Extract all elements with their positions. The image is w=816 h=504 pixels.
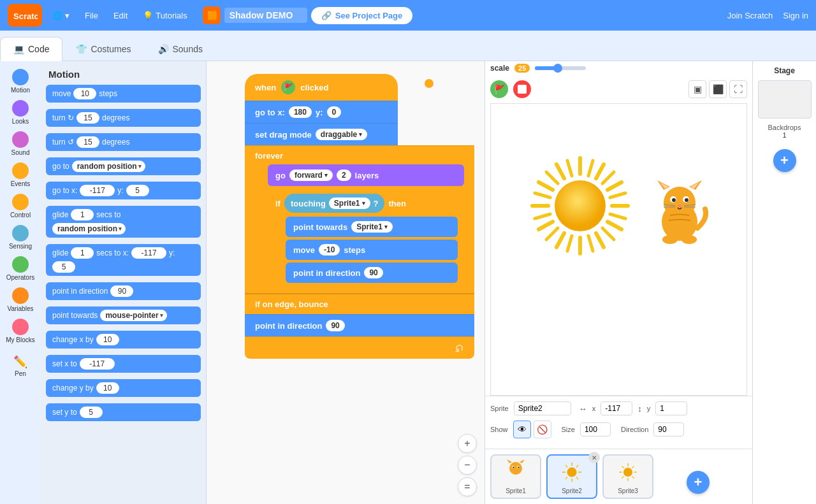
set-y-block[interactable]: set y to [46, 403, 201, 421]
set-x-input[interactable] [80, 358, 115, 370]
sign-in-link[interactable]: Sign in [783, 11, 808, 20]
y-arrow-icon: ↕ [638, 404, 642, 414]
move-block[interactable]: move steps [46, 85, 201, 103]
change-y-block[interactable]: change y by [46, 379, 201, 397]
glide1-input[interactable] [71, 209, 94, 220]
join-scratch-link[interactable]: Join Scratch [727, 11, 773, 20]
sidebar-item-control[interactable]: Control [1, 191, 40, 221]
point-dir2-script-block[interactable]: point in direction 90 [245, 314, 474, 336]
when-clicked-block[interactable]: when 🚩 clicked [245, 74, 398, 101]
sidebar-item-events[interactable]: Events [1, 160, 40, 190]
glide2-x[interactable] [131, 247, 166, 259]
drag-mode-dropdown[interactable]: draggable ▾ [316, 129, 367, 140]
tab-code[interactable]: 💻 Code [0, 37, 62, 61]
scripts-area[interactable]: when 🚩 clicked go to x: 180 y: 0 set dra… [207, 61, 484, 504]
go-forward-layers-block[interactable]: go forward ▾ 2 layers [268, 164, 464, 186]
zoom-controls: + − = [458, 434, 477, 496]
sprite-delete-button[interactable]: ✕ [588, 452, 600, 463]
sidebar-item-pen[interactable]: ✏️ Pen [1, 352, 40, 380]
sidebar-item-variables[interactable]: Variables [1, 285, 40, 315]
sprite-thumb-sprite3[interactable]: Sprite3 [602, 454, 653, 499]
zoom-reset-button[interactable]: = [458, 477, 477, 496]
edit-menu[interactable]: Edit [108, 8, 133, 23]
set-x-block[interactable]: set x to [46, 355, 201, 373]
sprite-thumb-sprite1[interactable]: Sprite1 [490, 454, 541, 499]
see-project-button[interactable]: 🔗 See Project Page [311, 7, 413, 24]
size-input[interactable] [580, 422, 611, 436]
set-y-input[interactable] [80, 407, 103, 418]
tutorials-menu[interactable]: 💡 Tutorials [138, 8, 192, 23]
scratch-logo[interactable]: Scratch [8, 4, 42, 27]
point-dir-input[interactable] [110, 285, 133, 297]
add-sprite-button[interactable]: + [687, 471, 710, 494]
if-on-edge-block[interactable]: if on edge, bounce [245, 293, 474, 314]
goto-xy-script-block[interactable]: go to x: 180 y: 0 [245, 101, 398, 123]
big-stage-button[interactable]: ⬛ [709, 80, 727, 98]
show-visible-button[interactable]: 👁 [513, 421, 531, 438]
glide2-block[interactable]: glide secs to x: y: [46, 244, 201, 276]
direction-input[interactable] [653, 422, 684, 436]
forever-block[interactable]: forever go forward ▾ 2 layers [245, 145, 474, 293]
point-towards-block[interactable]: point towards mouse-pointer ▾ [46, 306, 201, 324]
goto-y-input[interactable] [126, 185, 149, 196]
goto-xy-block[interactable]: go to x: y: [46, 182, 201, 199]
zoom-in-button[interactable]: + [458, 434, 477, 453]
forward-dropdown[interactable]: forward ▾ [289, 169, 333, 181]
move-block-row: move steps [46, 85, 201, 105]
nav-right: Join Scratch Sign in [727, 11, 808, 20]
change-y-input[interactable] [96, 382, 119, 394]
size-label: Size [562, 426, 575, 433]
goto-block[interactable]: go to random position ▾ [46, 157, 201, 175]
project-name-input[interactable] [224, 8, 307, 23]
point-dir-script-block[interactable]: point in direction 90 [286, 263, 458, 283]
change-x-input[interactable] [96, 334, 119, 345]
file-menu[interactable]: File [80, 8, 103, 23]
tab-costumes[interactable]: 👕 Costumes [62, 37, 144, 61]
change-x-block[interactable]: change x by [46, 331, 201, 349]
move-script-block[interactable]: move -10 steps [286, 240, 458, 260]
sidebar-item-motion[interactable]: Motion [1, 66, 40, 96]
turn-cw-input[interactable] [76, 112, 99, 124]
set-drag-mode-block[interactable]: set drag mode draggable ▾ [245, 123, 398, 145]
stage-canvas[interactable] [490, 103, 747, 396]
move-input[interactable] [73, 88, 96, 99]
if-touching-block[interactable]: if touching Sprite1 ▾ ? then [268, 189, 465, 288]
glide1-dropdown[interactable]: random position ▾ [52, 223, 126, 234]
point-towards-dropdown[interactable]: mouse-pointer ▾ [100, 310, 166, 321]
add-backdrop-button[interactable]: + [773, 149, 796, 172]
small-stage-button[interactable]: ▣ [688, 80, 706, 98]
goto-x-input[interactable] [80, 185, 115, 196]
glide2-secs[interactable] [71, 247, 94, 259]
touching-sprite-dropdown[interactable]: Sprite1 ▾ [329, 198, 370, 209]
goto-dropdown[interactable]: random position ▾ [72, 161, 145, 172]
point-towards-sprite-dropdown[interactable]: Sprite1 ▾ [351, 221, 393, 233]
show-hidden-button[interactable]: 🚫 [534, 421, 551, 438]
sidebar-item-looks[interactable]: Looks [1, 97, 40, 127]
touching-condition[interactable]: touching Sprite1 ▾ ? [284, 194, 385, 213]
point-direction-block[interactable]: point in direction [46, 282, 201, 300]
y-input[interactable] [655, 401, 687, 415]
sprite-name-input[interactable] [514, 401, 571, 415]
sidebar-item-sensing[interactable]: Sensing [1, 222, 40, 252]
scale-slider[interactable] [535, 66, 586, 70]
green-flag-button[interactable]: 🚩 [490, 80, 508, 98]
sidebar-item-operators[interactable]: Operators [1, 254, 40, 284]
turn-cw-block[interactable]: turn ↻ degrees [46, 109, 201, 127]
scale-slider-thumb[interactable] [553, 64, 562, 73]
sprite-thumb-sprite2[interactable]: ✕ Sprite2 [546, 454, 597, 499]
globe-menu[interactable]: 🌐 ▾ [47, 8, 75, 23]
fullscreen-button[interactable]: ⛶ [729, 80, 747, 98]
sidebar-item-sound[interactable]: Sound [1, 129, 40, 159]
glide1-block[interactable]: glide secs to random position ▾ [46, 206, 201, 238]
turn-ccw-block[interactable]: turn ↺ degrees [46, 133, 201, 151]
x-input[interactable] [601, 401, 632, 415]
zoom-out-button[interactable]: − [458, 456, 477, 475]
tab-sounds[interactable]: 🔊 Sounds [145, 37, 216, 61]
myblocks-label: My Blocks [6, 336, 35, 343]
stage-mini-preview[interactable] [758, 80, 812, 119]
turn-ccw-input[interactable] [76, 136, 99, 148]
glide2-y[interactable] [52, 261, 75, 273]
point-towards-script-block[interactable]: point towards Sprite1 ▾ [286, 217, 458, 237]
stop-button[interactable] [513, 80, 531, 98]
sidebar-item-myblocks[interactable]: My Blocks [1, 316, 40, 346]
